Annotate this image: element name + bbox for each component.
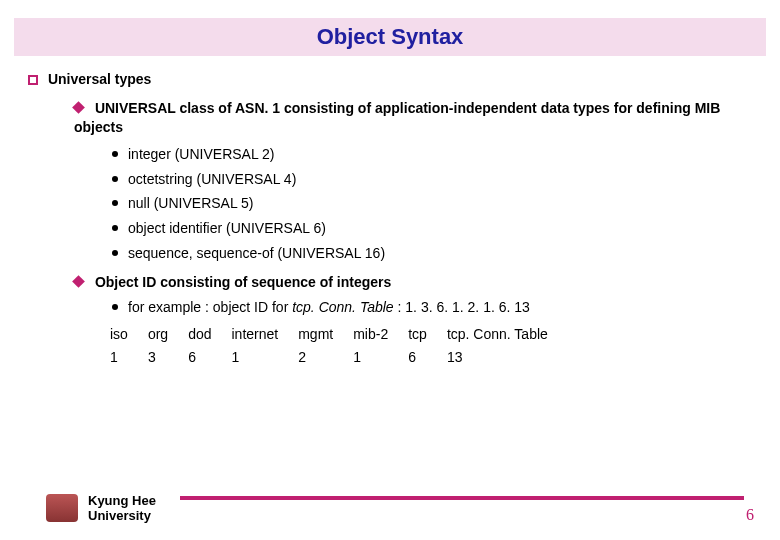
list-item-text: object identifier (UNIVERSAL 6) (128, 220, 326, 236)
oid-label: dod (178, 323, 221, 346)
dot-icon (112, 200, 118, 206)
bullet-lead: Object ID (95, 274, 156, 290)
oid-value: 6 (178, 346, 221, 369)
dot-icon (112, 304, 118, 310)
oid-value: 6 (398, 346, 437, 369)
dot-icon (112, 250, 118, 256)
list-item: null (UNIVERSAL 5) (112, 194, 752, 213)
list-item-text: sequence, sequence-of (UNIVERSAL 16) (128, 245, 385, 261)
oid-label: mib-2 (343, 323, 398, 346)
oid-value: 13 (437, 346, 558, 369)
oid-value: 1 (100, 346, 138, 369)
oid-label: org (138, 323, 178, 346)
diamond-icon (72, 275, 85, 288)
list-item: octetstring (UNIVERSAL 4) (112, 170, 752, 189)
section-heading: Universal types (28, 70, 752, 89)
university-line1: Kyung Hee (88, 493, 156, 509)
list-item-text: octetstring (UNIVERSAL 4) (128, 171, 296, 187)
footer: Kyung Hee University 6 (0, 480, 780, 524)
oid-value: 3 (138, 346, 178, 369)
hollow-square-icon (28, 75, 38, 85)
oid-label: mgmt (288, 323, 343, 346)
oid-value: 2 (288, 346, 343, 369)
bullet-text: consisting of sequence of integers (156, 274, 391, 290)
oid-label: tcp (398, 323, 437, 346)
university-line2: University (88, 508, 156, 524)
oid-label: internet (222, 323, 289, 346)
section-label: Universal types (48, 70, 152, 89)
dot-icon (112, 151, 118, 157)
oid-example: for example : object ID for tcp. Conn. T… (112, 298, 752, 317)
list-item: integer (UNIVERSAL 2) (112, 145, 752, 164)
table-row: iso org dod internet mgmt mib-2 tcp tcp.… (100, 323, 558, 346)
dot-icon (112, 225, 118, 231)
example-prefix: for example : object ID for (128, 299, 292, 315)
oid-table: iso org dod internet mgmt mib-2 tcp tcp.… (100, 323, 558, 369)
universal-type-list: integer (UNIVERSAL 2) octetstring (UNIVE… (112, 145, 752, 263)
page-number: 6 (746, 506, 754, 524)
bullet-universal: UNIVERSAL class of ASN. 1 consisting of … (74, 99, 752, 137)
list-item-text: null (UNIVERSAL 5) (128, 195, 254, 211)
footer-divider (180, 496, 744, 500)
oid-value: 1 (222, 346, 289, 369)
list-item-text: integer (UNIVERSAL 2) (128, 146, 275, 162)
example-italic: tcp. Conn. Table (292, 299, 393, 315)
slide-content: Universal types UNIVERSAL class of ASN. … (0, 56, 780, 369)
list-item: object identifier (UNIVERSAL 6) (112, 219, 752, 238)
example-suffix: : 1. 3. 6. 1. 2. 1. 6. 13 (394, 299, 530, 315)
table-row: 1 3 6 1 2 1 6 13 (100, 346, 558, 369)
oid-label: iso (100, 323, 138, 346)
list-item: for example : object ID for tcp. Conn. T… (112, 298, 752, 317)
list-item: sequence, sequence-of (UNIVERSAL 16) (112, 244, 752, 263)
slide-title: Object Syntax (14, 18, 766, 56)
university-logo-icon (46, 494, 78, 522)
diamond-icon (72, 101, 85, 114)
bullet-lead: UNIVERSAL (95, 100, 176, 116)
dot-icon (112, 176, 118, 182)
university-name: Kyung Hee University (88, 493, 156, 524)
bullet-object-id: Object ID consisting of sequence of inte… (74, 273, 752, 292)
oid-label: tcp. Conn. Table (437, 323, 558, 346)
oid-value: 1 (343, 346, 398, 369)
